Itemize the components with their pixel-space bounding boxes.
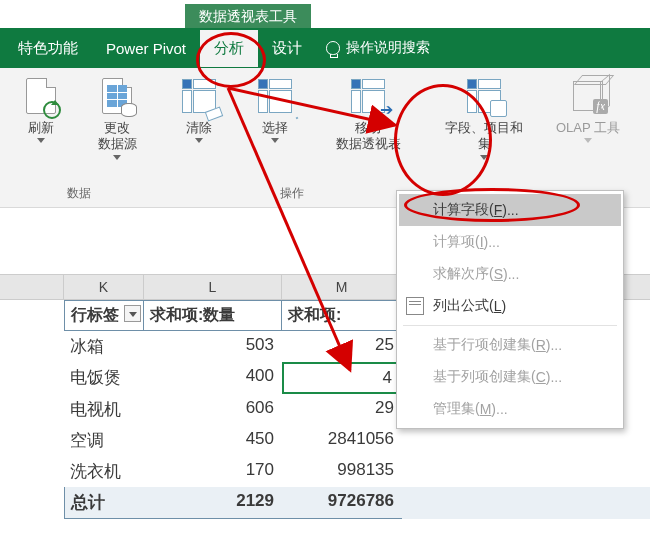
menu-text: )... (503, 266, 519, 282)
row-label[interactable]: 冰箱 (64, 331, 144, 362)
qty-cell[interactable]: 503 (144, 331, 282, 362)
qty-cell[interactable]: 606 (144, 394, 282, 425)
menu-accel: M (480, 401, 492, 417)
qty-cell[interactable]: 400 (144, 362, 282, 394)
chevron-down-icon (37, 138, 45, 143)
fields-items-sets-label: 字段、项目和 集 (445, 120, 523, 151)
ribbon-tab-row: 特色功能 Power Pivot 分析 设计 操作说明搜索 (0, 28, 650, 68)
pivot-data-row: 洗衣机 170 998135 (64, 456, 650, 487)
col-header-blank (0, 275, 64, 299)
olap-tools-button: fx OLAP 工具 (546, 74, 630, 143)
menu-text: )... (491, 401, 507, 417)
menu-accel: R (536, 337, 546, 353)
change-source-label: 更改 数据源 (98, 120, 137, 151)
menu-manage-sets: 管理集(M)... (399, 393, 621, 425)
qty-cell[interactable]: 170 (144, 456, 282, 487)
col-header-M[interactable]: M (282, 275, 402, 299)
menu-text: 求解次序( (433, 265, 494, 283)
total-amt[interactable]: 9726786 (282, 487, 402, 519)
row-label[interactable]: 电视机 (64, 394, 144, 425)
amt-cell[interactable]: 998135 (282, 456, 402, 487)
pivot-qty-header[interactable]: 求和项:数量 (144, 300, 282, 331)
menu-text: 基于行项创建集( (433, 336, 536, 354)
clear-label: 清除 (186, 120, 212, 135)
chevron-down-icon (195, 138, 203, 143)
menu-calculated-item: 计算项(I)... (399, 226, 621, 258)
chevron-down-icon (480, 155, 488, 160)
menu-text: 计算字段( (433, 201, 494, 219)
move-label: 移动 数据透视表 (336, 120, 401, 151)
row-label[interactable]: 洗衣机 (64, 456, 144, 487)
menu-text: 基于列项创建集( (433, 368, 536, 386)
chevron-down-icon (113, 155, 121, 160)
col-header-L[interactable]: L (144, 275, 282, 299)
chevron-down-icon (271, 138, 279, 143)
menu-text: 管理集( (433, 400, 480, 418)
select-label: 选择 (262, 120, 288, 135)
menu-text: 列出公式( (433, 297, 494, 315)
tab-special[interactable]: 特色功能 (4, 30, 92, 67)
bulb-icon (326, 41, 340, 55)
context-tab-title: 数据透视表工具 (185, 4, 311, 30)
group-actions: 清除 选择 ➔ 移动 数据透视表 操作 (158, 68, 426, 207)
row-label[interactable]: 空调 (64, 425, 144, 456)
row-label[interactable]: 电饭煲 (64, 362, 144, 394)
select-button[interactable]: 选择 (244, 74, 306, 143)
menu-create-row-set: 基于行项创建集(R)... (399, 329, 621, 361)
menu-solve-order: 求解次序(S)... (399, 258, 621, 290)
tab-design[interactable]: 设计 (258, 30, 316, 67)
menu-text: )... (546, 337, 562, 353)
move-pivot-button[interactable]: ➔ 移动 数据透视表 (320, 74, 416, 153)
menu-accel: S (494, 266, 503, 282)
fields-items-sets-button[interactable]: fx 字段、项目和 集 (436, 74, 532, 160)
menu-create-col-set: 基于列项创建集(C)... (399, 361, 621, 393)
amt-cell[interactable]: 25 (282, 331, 402, 362)
fields-items-sets-menu: 计算字段(F)... 计算项(I)... 求解次序(S)... 列出公式(L) … (396, 190, 624, 429)
list-icon (406, 297, 424, 315)
col-header-K[interactable]: K (64, 275, 144, 299)
menu-text: 计算项( (433, 233, 480, 251)
group-data: 刷新 更改 数据源 数据 (0, 68, 158, 207)
menu-list-formulas[interactable]: 列出公式(L) (399, 290, 621, 322)
group-actions-label: 操作 (280, 182, 304, 205)
group-calculations: fx 字段、项目和 集 fx OLAP 工具 关系 (426, 68, 650, 207)
active-cell[interactable]: 4 (282, 362, 402, 394)
ribbon: 刷新 更改 数据源 数据 清除 选择 ➔ (0, 68, 650, 208)
menu-accel: C (536, 369, 546, 385)
amt-cell[interactable]: 29 (282, 394, 402, 425)
chevron-down-icon (584, 138, 592, 143)
olap-label: OLAP 工具 (556, 120, 620, 135)
group-data-label: 数据 (67, 182, 91, 205)
pivot-rowlabels-header[interactable]: 行标签 (64, 300, 144, 331)
pivot-data-row: 空调 450 2841056 (64, 425, 650, 456)
filter-dropdown-icon[interactable] (124, 305, 141, 322)
total-qty[interactable]: 2129 (144, 487, 282, 519)
menu-text: ) (501, 298, 506, 314)
header-text: 行标签 (71, 306, 119, 323)
clear-button[interactable]: 清除 (168, 74, 230, 143)
relationships-button: 关系 (644, 74, 650, 136)
tell-me-label: 操作说明搜索 (346, 39, 430, 57)
refresh-button[interactable]: 刷新 (10, 74, 72, 143)
menu-separator (403, 325, 617, 326)
menu-accel: L (494, 298, 502, 314)
tell-me-search[interactable]: 操作说明搜索 (326, 39, 430, 57)
menu-text: )... (546, 369, 562, 385)
menu-calculated-field[interactable]: 计算字段(F)... (399, 194, 621, 226)
menu-text: )... (484, 234, 500, 250)
qty-cell[interactable]: 450 (144, 425, 282, 456)
total-label[interactable]: 总计 (64, 487, 144, 519)
pivot-amt-header[interactable]: 求和项: (282, 300, 402, 331)
pivot-total-row: 总计 2129 9726786 (64, 487, 650, 519)
amt-cell[interactable]: 2841056 (282, 425, 402, 456)
change-data-source-button[interactable]: 更改 数据源 (86, 74, 148, 160)
menu-accel: F (494, 202, 503, 218)
tab-powerpivot[interactable]: Power Pivot (92, 31, 200, 66)
refresh-label: 刷新 (28, 120, 54, 135)
menu-text: )... (502, 202, 518, 218)
tab-analyze[interactable]: 分析 (200, 30, 258, 67)
